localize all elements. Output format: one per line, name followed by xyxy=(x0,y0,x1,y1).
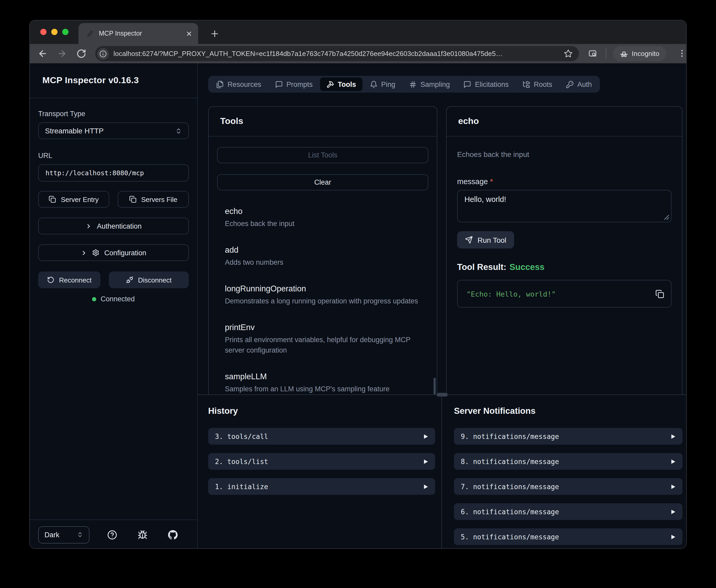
theme-value: Dark xyxy=(44,531,77,539)
expand-play-icon xyxy=(423,459,428,464)
tool-list-item[interactable]: echo Echoes back the input xyxy=(217,206,428,229)
tool-description: Samples from an LLM using MCP's sampling… xyxy=(225,384,428,395)
panels-section: Tools List Tools Clear echo Echoes back … xyxy=(198,63,686,395)
expand-play-icon xyxy=(671,484,676,489)
notification-item[interactable]: 8. notifications/message xyxy=(454,453,682,470)
window-controls xyxy=(40,29,68,35)
mcp-favicon-icon xyxy=(86,29,94,38)
resize-grip-icon[interactable] xyxy=(664,214,670,220)
chevron-right-icon xyxy=(85,223,92,229)
incognito-label: Incognito xyxy=(632,50,659,58)
close-window-button[interactable] xyxy=(40,29,46,35)
expand-play-icon xyxy=(423,484,428,489)
history-title: History xyxy=(208,405,435,416)
tool-detail-title: echo xyxy=(447,107,682,136)
result-heading-text: Tool Result: xyxy=(457,262,506,272)
tool-name: echo xyxy=(225,206,428,216)
tab-title: MCP Inspector xyxy=(99,30,185,37)
chevrons-up-down-icon xyxy=(175,127,182,134)
tool-description: Prints all environment variables, helpfu… xyxy=(225,335,428,356)
tool-name: printEnv xyxy=(225,322,428,332)
run-tool-label: Run Tool xyxy=(478,236,506,244)
browser-toolbar: localhost:6274/?MCP_PROXY_AUTH_TOKEN=ec1… xyxy=(30,44,686,63)
copy-icon[interactable] xyxy=(655,289,664,298)
browser-tab[interactable]: MCP Inspector xyxy=(79,23,198,44)
info-icon xyxy=(100,50,107,57)
expand-play-icon xyxy=(671,534,676,540)
history-item[interactable]: 2. tools/list xyxy=(208,453,435,470)
param-name: message xyxy=(457,177,488,186)
required-marker: * xyxy=(490,177,493,186)
new-tab-button[interactable] xyxy=(208,27,221,40)
tool-list-item[interactable]: longRunningOperation Demonstrates a long… xyxy=(217,284,428,307)
notification-item-label: 6. notifications/message xyxy=(461,508,671,516)
tool-list-item[interactable]: printEnv Prints all environment variable… xyxy=(217,322,428,356)
tool-result-value: "Echo: Hello, world!" xyxy=(467,290,556,298)
site-info-chip[interactable] xyxy=(97,48,109,59)
scrollbar-thumb[interactable] xyxy=(434,378,436,395)
incognito-icon xyxy=(620,49,628,58)
list-tools-button[interactable]: List Tools xyxy=(217,147,428,163)
tool-detail-panel: echo Echoes back the input message* Hell… xyxy=(446,106,682,395)
expand-play-icon xyxy=(671,434,676,439)
url-text[interactable]: localhost:6274/?MCP_PROXY_AUTH_TOKEN=ec1… xyxy=(113,50,564,58)
configuration-toggle[interactable]: Configuration xyxy=(38,244,189,261)
url-label: URL xyxy=(38,152,189,160)
server-entry-button[interactable]: Server Entry xyxy=(38,191,109,208)
send-icon xyxy=(465,236,473,244)
help-circle-icon[interactable] xyxy=(107,530,117,540)
param-input[interactable]: Hello, world! xyxy=(457,190,672,222)
transport-type-label: Transport Type xyxy=(38,110,189,118)
reconnect-button[interactable]: Reconnect xyxy=(38,272,101,288)
disconnect-label: Disconnect xyxy=(138,276,172,284)
authentication-toggle[interactable]: Authentication xyxy=(38,218,189,234)
disconnect-button[interactable]: Disconnect xyxy=(109,272,189,288)
authentication-label: Authentication xyxy=(97,222,142,230)
theme-select[interactable]: Dark xyxy=(38,526,89,543)
clear-tools-button[interactable]: Clear xyxy=(217,174,428,190)
bug-icon[interactable] xyxy=(137,530,147,540)
gear-icon xyxy=(92,249,100,256)
forward-icon[interactable] xyxy=(57,49,67,59)
notification-item[interactable]: 9. notifications/message xyxy=(454,428,682,445)
history-item[interactable]: 1. initialize xyxy=(208,478,435,495)
tool-description: Demonstrates a long running operation wi… xyxy=(225,296,428,307)
servers-file-button[interactable]: Servers File xyxy=(118,191,189,208)
tools-panel: Tools List Tools Clear echo Echoes back … xyxy=(208,106,437,395)
notification-item-label: 5. notifications/message xyxy=(461,533,671,541)
tool-list-item[interactable]: add Adds two numbers xyxy=(217,245,428,268)
github-icon[interactable] xyxy=(168,530,178,540)
notification-item[interactable]: 6. notifications/message xyxy=(454,503,682,520)
history-item[interactable]: 3. tools/call xyxy=(208,428,435,445)
screenshot-stage: MCP Inspector localhost:6274/?MCP_PROXY_… xyxy=(0,0,716,588)
browser-menu-icon[interactable] xyxy=(677,49,687,58)
sidebar: MCP Inspector v0.16.3 Transport Type Str… xyxy=(30,63,198,549)
server-url-input[interactable] xyxy=(38,164,189,182)
bottom-section: History 3. tools/call 2. tools/list xyxy=(198,395,686,549)
notification-item[interactable]: 5. notifications/message xyxy=(454,528,682,545)
notification-item[interactable]: 7. notifications/message xyxy=(454,478,682,495)
minimize-window-button[interactable] xyxy=(51,29,58,35)
address-bar[interactable]: localhost:6274/?MCP_PROXY_AUTH_TOKEN=ec1… xyxy=(95,46,579,61)
reload-icon[interactable] xyxy=(77,49,86,59)
unplug-icon xyxy=(126,276,133,284)
run-tool-button[interactable]: Run Tool xyxy=(457,231,514,249)
tab-close-icon[interactable] xyxy=(185,29,193,38)
server-notifications-title: Server Notifications xyxy=(454,405,682,416)
tool-list-item[interactable]: sampleLLM Samples from an LLM using MCP'… xyxy=(217,372,428,395)
history-item-label: 2. tools/list xyxy=(215,458,423,465)
sidebar-body: Transport Type Streamable HTTP URL Serve… xyxy=(30,98,197,520)
chevrons-up-down-icon xyxy=(77,531,83,538)
back-icon[interactable] xyxy=(38,49,48,59)
search-tabs-icon[interactable] xyxy=(588,49,597,59)
expand-play-icon xyxy=(671,509,676,514)
browser-tabstrip: MCP Inspector xyxy=(30,20,686,44)
zoom-window-button[interactable] xyxy=(62,29,68,35)
tool-description: Adds two numbers xyxy=(225,257,428,268)
expand-play-icon xyxy=(671,459,676,464)
tool-detail-description: Echoes back the input xyxy=(457,150,672,159)
main-area: Resources Prompts Tools Ping Sampling xyxy=(198,63,686,549)
bookmark-star-icon[interactable] xyxy=(564,49,573,58)
browser-window: MCP Inspector localhost:6274/?MCP_PROXY_… xyxy=(29,20,687,549)
transport-type-select[interactable]: Streamable HTTP xyxy=(38,122,189,139)
